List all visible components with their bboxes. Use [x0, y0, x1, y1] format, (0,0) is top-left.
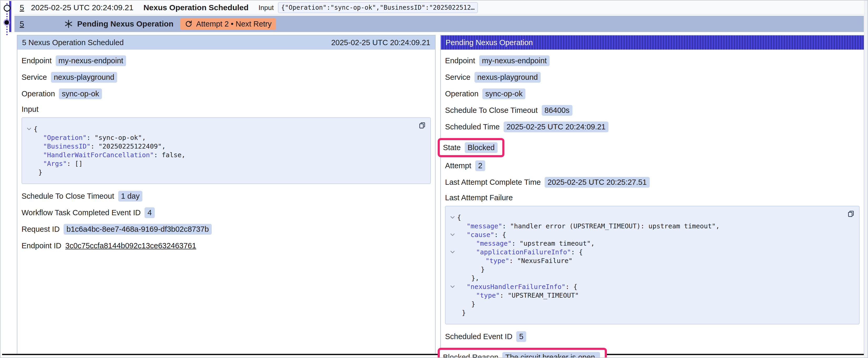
field-value: b1c6a4bc-8ee7-468a-9169-df3b02c8737b: [64, 224, 212, 235]
json-text: }: [481, 266, 485, 273]
json-line: "Args": []: [24, 159, 425, 168]
field-row: Scheduled Time2025-02-25 UTC 20:24:09.21: [445, 122, 860, 132]
event-id-link[interactable]: 5: [20, 20, 24, 28]
chevron-down-icon[interactable]: [24, 125, 34, 133]
field-value: 4: [145, 207, 154, 218]
field-value: my-nexus-endpoint: [56, 55, 126, 66]
copy-icon[interactable]: [847, 210, 855, 218]
field-value: 1 day: [118, 191, 143, 202]
field-row: StateBlocked: [445, 138, 860, 157]
event-marker-filled-icon[interactable]: [4, 20, 9, 25]
json-text: : "NexusFailure": [509, 257, 572, 265]
field-label: Operation: [22, 90, 55, 98]
field-value: 2025-02-25 UTC 20:24:09.21: [504, 122, 609, 132]
chevron-down-icon[interactable]: [448, 230, 457, 239]
highlight-annotation-box: StateBlocked: [438, 138, 504, 157]
json-key: "HandlerWaitForCancellation": [43, 151, 154, 159]
event-timestamp: 2025-02-25 UTC 20:24:09.21: [31, 3, 133, 12]
field-row: Servicenexus-playground: [22, 72, 431, 83]
json-gutter: [24, 133, 34, 142]
event-detail-body: Endpointmy-nexus-endpointServicenexus-pl…: [17, 50, 435, 251]
chevron-down-icon[interactable]: [448, 248, 457, 256]
field-label: Service: [22, 73, 47, 82]
json-text: }: [471, 300, 475, 308]
field-row: Endpointmy-nexus-endpoint: [22, 55, 431, 66]
json-gutter: [448, 265, 457, 274]
field-row: Blocked ReasonThe circuit breaker is ope…: [445, 348, 860, 358]
input-json-block: {"Operation": "sync-op-ok","BusinessID":…: [22, 117, 431, 184]
json-code: "message": "handler error (UPSTREAM_TIME…: [457, 222, 719, 230]
json-code: "type": "NexusFailure": [457, 256, 572, 265]
field-row: Operationsync-op-ok: [22, 89, 431, 99]
event-row-nexus-operation-scheduled[interactable]: 5 2025-02-25 UTC 20:24:09.21 Nexus Opera…: [14, 1, 864, 15]
field-label: Service: [445, 73, 470, 82]
json-text: : {: [571, 248, 583, 256]
json-text: : {: [494, 231, 506, 238]
scrollbar-track[interactable]: [864, 1, 867, 357]
field-label: Request ID: [22, 225, 60, 234]
field-row: Request IDb1c6a4bc-8ee7-468a-9169-df3b02…: [22, 224, 431, 235]
event-id-link[interactable]: 5: [20, 3, 24, 12]
json-code: "cause": {: [457, 230, 506, 239]
field-value: my-nexus-endpoint: [479, 55, 550, 66]
json-code: "applicationFailureInfo": {: [457, 248, 583, 256]
field-label: Last Attempt Complete Time: [445, 178, 541, 187]
json-line: "nexusHandlerFailureInfo": {: [448, 283, 854, 291]
json-gutter: [24, 151, 34, 159]
json-key: "nexusHandlerFailureInfo": [467, 283, 565, 291]
json-line: }: [448, 300, 854, 308]
json-text: : "handler error (UPSTREAM_TIMEOUT): ups…: [502, 222, 719, 230]
json-line: }: [448, 308, 854, 317]
highlight-annotation-box: Blocked ReasonThe circuit breaker is ope…: [438, 348, 607, 358]
field-row: Scheduled Event ID5: [445, 331, 860, 342]
json-line: "BusinessID": "20250225122409",: [24, 142, 425, 151]
json-gutter: [24, 159, 34, 168]
field-value: sync-op-ok: [482, 89, 525, 99]
field-row: Attempt2: [445, 160, 860, 171]
field-label: Endpoint: [22, 57, 52, 65]
json-text: : "sync-op-ok",: [87, 134, 146, 141]
field-label: State: [443, 143, 461, 152]
json-gutter: [448, 256, 457, 265]
json-key: "message": [467, 222, 502, 230]
field-row: Schedule To Close Timeout86400s: [445, 105, 860, 116]
field-value: The circuit breaker is open.: [502, 352, 600, 358]
json-gutter: [448, 274, 457, 283]
field-row: Endpointmy-nexus-endpoint: [445, 55, 860, 66]
chevron-down-icon[interactable]: [448, 213, 457, 222]
field-label: Workflow Task Completed Event ID: [22, 208, 141, 217]
chevron-down-icon[interactable]: [448, 283, 457, 291]
field-value[interactable]: 3c0c75ccfa8144b092c13ce632463761: [65, 241, 196, 250]
field-value: 86400s: [542, 105, 572, 116]
json-gutter: [448, 239, 457, 248]
json-text: : "UPSTREAM_TIMEOUT": [500, 292, 579, 299]
pending-operation-row[interactable]: 5 Pending Nexus Operation Attempt 2 • Ne…: [14, 16, 864, 32]
input-section-label: Input: [22, 105, 431, 113]
json-text: {: [457, 214, 461, 221]
json-gutter: [448, 300, 457, 308]
json-code: "Operation": "sync-op-ok",: [34, 133, 146, 142]
json-gutter: [448, 222, 457, 230]
json-line: "applicationFailureInfo": {: [448, 248, 854, 256]
json-code: "nexusHandlerFailureInfo": {: [457, 283, 577, 291]
pending-star-icon: [64, 20, 73, 28]
field-label: Operation: [445, 90, 478, 98]
field-value: Blocked: [465, 142, 498, 153]
json-code: },: [457, 274, 479, 283]
field-row: Workflow Task Completed Event ID4: [22, 207, 431, 218]
field-value: 2: [475, 160, 485, 171]
event-input-label: Input: [258, 4, 274, 12]
event-detail-header: 5 Nexus Operation Scheduled 2025-02-25 U…: [17, 35, 435, 50]
json-text: }: [462, 309, 466, 317]
pending-operation-panel: Pending Nexus Operation Endpointmy-nexus…: [440, 35, 864, 354]
json-gutter: [448, 308, 457, 317]
json-line: "Operation": "sync-op-ok",: [24, 133, 425, 142]
pending-operation-panel-title: Pending Nexus Operation: [445, 38, 533, 47]
json-gutter: [448, 291, 457, 300]
event-marker-open-icon[interactable]: [4, 5, 10, 11]
json-code: "message": "upstream timeout",: [457, 239, 595, 248]
json-line: "cause": {: [448, 230, 854, 239]
field-value: nexus-playground: [51, 72, 118, 83]
copy-icon[interactable]: [418, 122, 426, 129]
json-code: }: [457, 308, 466, 317]
